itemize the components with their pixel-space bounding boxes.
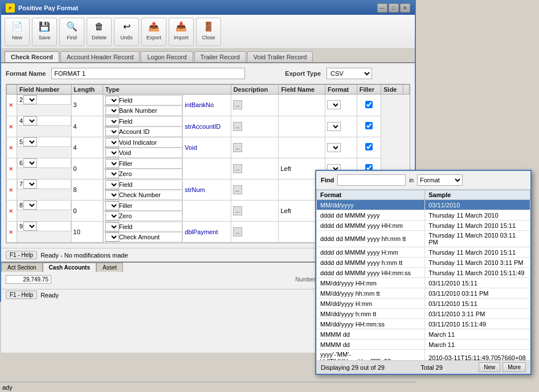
row-desc-select[interactable]: ▼ (105, 211, 119, 220)
row-side-select[interactable]: ▼ (327, 143, 341, 152)
row-checkbox[interactable] (365, 143, 373, 150)
row-type-select[interactable]: ▼ (105, 201, 119, 210)
tab-account-header[interactable]: Account Header Record (60, 51, 140, 62)
popup-format-row[interactable]: yyyy'-'MM'-'dd'T'HH':'mm':'ss.ffffff+08 … (317, 350, 530, 361)
row-field-num-select[interactable]: ▼ (23, 179, 37, 189)
popup-more-button[interactable]: More (503, 362, 526, 372)
row-desc-select[interactable]: ▼ (105, 106, 119, 115)
row-type-select[interactable]: ▼ (105, 180, 119, 189)
row-field-num-select[interactable]: ▼ (23, 158, 37, 168)
row-field-num-select[interactable]: ▼ (23, 201, 37, 210)
popup-format-row[interactable]: MM/dd/yyyy HH:mm:ss 03/11/2010 15:11:49 (317, 319, 530, 329)
popup-sample-cell: 03/11/2010 15:11 (425, 278, 530, 288)
popup-format-row[interactable]: MM/dd/yyyy h:mm tt 03/11/2010 3:11 PM (317, 309, 530, 319)
row-desc-select[interactable]: ▼ (105, 190, 119, 199)
row-type-select[interactable]: ▼ (105, 117, 119, 126)
tab-void-trailer[interactable]: Void Trailer Record (247, 51, 313, 62)
popup-format-row[interactable]: MMMM dd March 11 (317, 329, 530, 340)
row-format-button[interactable]: ... (233, 206, 242, 215)
save-button[interactable]: 💾 Save (32, 18, 57, 46)
popup-search-input[interactable] (337, 174, 406, 186)
row-format-button[interactable]: ... (233, 164, 242, 173)
popup-format-row[interactable]: dddd dd MMMM yyyy H:mm Thursday 11 March… (317, 247, 530, 258)
popup-sample-cell: Thursday 11 March 2010 15:11 (425, 220, 530, 231)
minimize-button[interactable]: — (377, 3, 387, 13)
row-checkbox[interactable] (365, 101, 373, 108)
tab-trailer-record[interactable]: Trailer Record (194, 51, 246, 62)
close-toolbar-icon: 🚪 (202, 20, 215, 34)
row-desc-select[interactable]: ▼ (105, 232, 119, 242)
popup-format-row[interactable]: MM/dd/yyyy HH:mm 03/11/2010 15:11 (317, 278, 530, 288)
popup-sample-cell: Thursday 11 March 2010 3:11 PM (425, 258, 530, 268)
popup-format-row[interactable]: dddd dd MMMM yyyy HH:mm:ss Thursday 11 M… (317, 268, 530, 278)
popup-format-table: Format Sample MM/dd/yyyy 03/11/2010 dddd… (316, 190, 530, 360)
row-field-name: dtmDate (183, 242, 231, 243)
popup-format-row[interactable]: dddd dd MMMM yyyy Thursday 11 March 2010 (317, 210, 530, 220)
col-header-side: Side (381, 85, 403, 95)
bottom-tab-cash[interactable]: Cash Accounts (43, 263, 96, 272)
row-desc-select[interactable]: ▼ (105, 127, 119, 136)
popup-new-button[interactable]: New (479, 362, 500, 372)
row-format-button[interactable]: ... (233, 122, 242, 131)
bottom-tab-asset[interactable]: Asset (96, 263, 123, 272)
export-type-select[interactable]: CSV Fixed Tab (326, 68, 372, 79)
row-field-num-select[interactable]: ▼ (23, 137, 37, 146)
find-button[interactable]: 🔍 Find (59, 18, 84, 46)
row-delete-icon[interactable]: ✕ (9, 102, 13, 108)
row-side-select[interactable]: ▼ (327, 100, 341, 109)
row-delete-icon[interactable]: ✕ (9, 124, 13, 130)
row-field-num-select[interactable]: ▼ (23, 116, 37, 125)
tab-check-record[interactable]: Check Record (5, 51, 59, 62)
tab-logon-record[interactable]: Logon Record (141, 51, 193, 62)
popup-format-row[interactable]: MM/dd/yyyy 03/11/2010 (317, 200, 530, 210)
row-type-select[interactable]: ▼ (105, 138, 119, 147)
row-format-button[interactable]: ... (233, 185, 242, 194)
new-button[interactable]: 📄 New (5, 18, 30, 46)
row-format-button[interactable]: ... (233, 143, 242, 152)
popup-format-row[interactable]: MM/dd/yyyy hh:mm tt 03/11/2010 03:11 PM (317, 288, 530, 299)
row-type-select[interactable]: ▼ (105, 222, 119, 231)
popup-format-cell: dddd dd MMMM yyyy H:mm (317, 247, 425, 258)
close-button[interactable]: ✕ (400, 3, 410, 13)
row-desc-select[interactable]: ▼ (105, 148, 119, 157)
row-delete-icon[interactable]: ✕ (9, 145, 13, 151)
popup-format-row[interactable]: MM/dd/yyyy H:mm 03/11/2010 15:11 (317, 299, 530, 309)
row-desc-select[interactable]: ▼ (105, 169, 119, 178)
row-type-select[interactable]: ▼ (105, 96, 119, 105)
bottom-help-button[interactable]: F1 - Help (6, 291, 37, 299)
row-field-num-select[interactable]: ▼ (27, 243, 40, 243)
popup-format-row[interactable]: MMMM dd March 11 (317, 340, 530, 350)
row-delete-icon[interactable]: ✕ (9, 208, 13, 214)
popup-search-in-select[interactable]: Format Sample (417, 174, 463, 186)
row-format-cell: ... (231, 137, 279, 158)
bottom-tab-act[interactable]: Act Section (1, 263, 43, 272)
row-format-button[interactable]: ... (233, 227, 242, 236)
undo-button[interactable]: ↩ Undo (114, 18, 139, 46)
export-button[interactable]: 📤 Export (141, 18, 166, 46)
row-delete-icon[interactable]: ✕ (9, 166, 13, 172)
undo-label: Undo (120, 35, 133, 40)
row-delete-icon[interactable]: ✕ (9, 229, 13, 235)
popup-format-row[interactable]: dddd dd MMMM yyyy h:mm tt Thursday 11 Ma… (317, 258, 530, 268)
popup-format-row[interactable]: dddd dd MMMM yyyy hh:mm tt Thursday 11 M… (317, 231, 530, 247)
row-delete-icon[interactable]: ✕ (9, 187, 13, 193)
row-type: ▼ Field (103, 222, 183, 232)
row-field-name: strNum (183, 179, 231, 200)
popup-format-row[interactable]: dddd dd MMMM yyyy HH:mm Thursday 11 Marc… (317, 220, 530, 231)
row-checkbox[interactable] (365, 122, 373, 129)
format-name-input[interactable] (51, 68, 245, 79)
import-button[interactable]: 📥 Import (169, 18, 194, 46)
row-format-button[interactable]: ... (233, 100, 242, 109)
delete-button[interactable]: 🗑 Delete (87, 18, 112, 46)
format-name-row: Format Name Export Type CSV Fixed Tab (6, 68, 410, 79)
amount-input[interactable] (6, 275, 51, 284)
row-field-num-select[interactable]: ▼ (23, 222, 37, 231)
help-button[interactable]: F1 - Help (6, 251, 37, 259)
row-type-select[interactable]: ▼ (105, 159, 119, 168)
row-length: 4 (71, 116, 103, 137)
row-side-select[interactable]: ▼ (327, 122, 341, 131)
maximize-button[interactable]: □ (389, 3, 399, 13)
close-toolbar-button[interactable]: 🚪 Close (196, 18, 221, 46)
popup-sample-cell: March 11 (425, 329, 530, 340)
row-field-num-select[interactable]: ▼ (23, 95, 37, 104)
